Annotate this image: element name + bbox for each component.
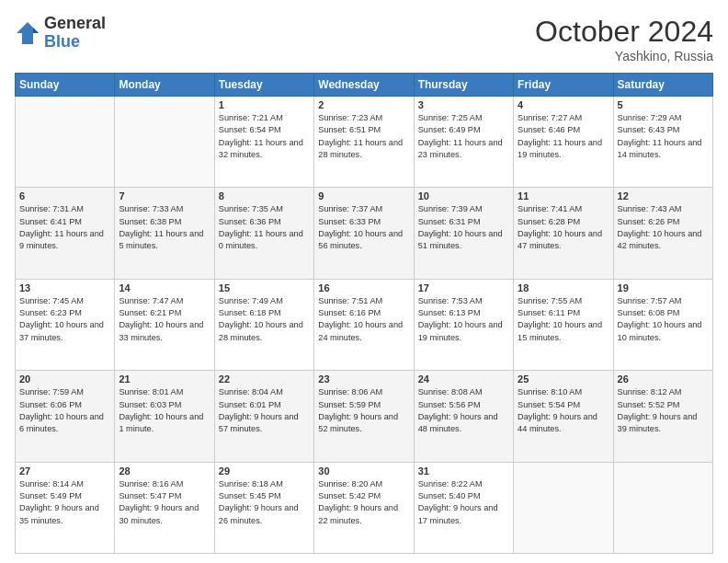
day-info: Sunrise: 8:12 AM Sunset: 5:52 PM Dayligh…: [618, 386, 709, 435]
table-row: 19Sunrise: 7:57 AM Sunset: 6:08 PM Dayli…: [613, 279, 712, 370]
calendar-row: 20Sunrise: 7:59 AM Sunset: 6:06 PM Dayli…: [16, 371, 713, 462]
table-row: 17Sunrise: 7:53 AM Sunset: 6:13 PM Dayli…: [414, 279, 513, 370]
calendar-table: Sunday Monday Tuesday Wednesday Thursday…: [15, 73, 713, 554]
day-info: Sunrise: 7:45 AM Sunset: 6:23 PM Dayligh…: [19, 295, 110, 344]
table-row: [115, 97, 214, 188]
table-row: 27Sunrise: 8:14 AM Sunset: 5:49 PM Dayli…: [16, 462, 115, 553]
day-number: 22: [219, 373, 310, 385]
table-row: 8Sunrise: 7:35 AM Sunset: 6:36 PM Daylig…: [214, 188, 313, 279]
day-number: 23: [318, 373, 409, 385]
day-info: Sunrise: 7:31 AM Sunset: 6:41 PM Dayligh…: [19, 203, 110, 252]
day-info: Sunrise: 7:33 AM Sunset: 6:38 PM Dayligh…: [119, 203, 210, 252]
col-thursday: Thursday: [414, 74, 513, 97]
logo-icon: [15, 20, 40, 46]
day-info: Sunrise: 7:57 AM Sunset: 6:08 PM Dayligh…: [618, 295, 709, 344]
table-row: 9Sunrise: 7:37 AM Sunset: 6:33 PM Daylig…: [314, 188, 414, 279]
day-number: 15: [219, 282, 310, 293]
col-wednesday: Wednesday: [314, 74, 414, 97]
table-row: 13Sunrise: 7:45 AM Sunset: 6:23 PM Dayli…: [16, 279, 115, 370]
table-row: 22Sunrise: 8:04 AM Sunset: 6:01 PM Dayli…: [214, 371, 313, 462]
table-row: 21Sunrise: 8:01 AM Sunset: 6:03 PM Dayli…: [115, 371, 214, 462]
day-info: Sunrise: 8:14 AM Sunset: 5:49 PM Dayligh…: [19, 478, 110, 527]
day-number: 18: [518, 282, 609, 293]
day-info: Sunrise: 7:27 AM Sunset: 6:46 PM Dayligh…: [518, 112, 609, 161]
day-number: 5: [618, 99, 709, 110]
day-info: Sunrise: 7:37 AM Sunset: 6:33 PM Dayligh…: [318, 203, 409, 252]
day-number: 30: [318, 465, 409, 477]
day-number: 24: [418, 373, 509, 385]
day-number: 19: [618, 282, 709, 293]
day-number: 9: [318, 190, 409, 201]
day-info: Sunrise: 8:08 AM Sunset: 5:56 PM Dayligh…: [418, 386, 509, 435]
calendar-row: 27Sunrise: 8:14 AM Sunset: 5:49 PM Dayli…: [16, 462, 713, 553]
table-row: 7Sunrise: 7:33 AM Sunset: 6:38 PM Daylig…: [115, 188, 214, 279]
day-info: Sunrise: 8:20 AM Sunset: 5:42 PM Dayligh…: [318, 478, 409, 527]
col-tuesday: Tuesday: [214, 74, 313, 97]
day-info: Sunrise: 7:29 AM Sunset: 6:43 PM Dayligh…: [618, 112, 709, 161]
day-info: Sunrise: 7:49 AM Sunset: 6:18 PM Dayligh…: [219, 295, 310, 344]
day-number: 27: [19, 465, 110, 477]
day-info: Sunrise: 8:16 AM Sunset: 5:47 PM Dayligh…: [119, 478, 210, 527]
table-row: 2Sunrise: 7:23 AM Sunset: 6:51 PM Daylig…: [314, 97, 414, 188]
day-number: 21: [119, 373, 210, 385]
page: General Blue October 2024 Yashkino, Russ…: [0, 0, 728, 563]
day-info: Sunrise: 8:04 AM Sunset: 6:01 PM Dayligh…: [219, 386, 310, 435]
col-saturday: Saturday: [613, 74, 712, 97]
day-info: Sunrise: 7:35 AM Sunset: 6:36 PM Dayligh…: [219, 203, 310, 252]
col-monday: Monday: [115, 74, 214, 97]
title-block: October 2024 Yashkino, Russia: [535, 15, 713, 63]
day-number: 17: [418, 282, 509, 293]
day-number: 11: [518, 190, 609, 201]
table-row: 4Sunrise: 7:27 AM Sunset: 6:46 PM Daylig…: [514, 97, 613, 188]
day-info: Sunrise: 7:25 AM Sunset: 6:49 PM Dayligh…: [418, 112, 509, 161]
day-number: 6: [19, 190, 110, 201]
day-number: 4: [518, 99, 609, 110]
table-row: 1Sunrise: 7:21 AM Sunset: 6:54 PM Daylig…: [214, 97, 313, 188]
day-number: 16: [318, 282, 409, 293]
header: General Blue October 2024 Yashkino, Russ…: [15, 15, 713, 63]
day-info: Sunrise: 7:43 AM Sunset: 6:26 PM Dayligh…: [618, 203, 709, 252]
day-info: Sunrise: 7:23 AM Sunset: 6:51 PM Dayligh…: [318, 112, 409, 161]
day-info: Sunrise: 7:51 AM Sunset: 6:16 PM Dayligh…: [318, 295, 409, 344]
day-number: 31: [418, 465, 509, 477]
table-row: 20Sunrise: 7:59 AM Sunset: 6:06 PM Dayli…: [16, 371, 115, 462]
logo-blue: Blue: [44, 32, 80, 51]
table-row: 31Sunrise: 8:22 AM Sunset: 5:40 PM Dayli…: [414, 462, 513, 553]
day-number: 29: [219, 465, 310, 477]
table-row: 29Sunrise: 8:18 AM Sunset: 5:45 PM Dayli…: [214, 462, 313, 553]
day-number: 7: [119, 190, 210, 201]
day-number: 8: [219, 190, 310, 201]
day-number: 3: [418, 99, 509, 110]
table-row: 23Sunrise: 8:06 AM Sunset: 5:59 PM Dayli…: [314, 371, 414, 462]
day-info: Sunrise: 7:55 AM Sunset: 6:11 PM Dayligh…: [518, 295, 609, 344]
calendar-row: 13Sunrise: 7:45 AM Sunset: 6:23 PM Dayli…: [16, 279, 713, 370]
table-row: 16Sunrise: 7:51 AM Sunset: 6:16 PM Dayli…: [314, 279, 414, 370]
day-number: 20: [19, 373, 110, 385]
table-row: 26Sunrise: 8:12 AM Sunset: 5:52 PM Dayli…: [613, 371, 712, 462]
col-sunday: Sunday: [16, 74, 115, 97]
table-row: 18Sunrise: 7:55 AM Sunset: 6:11 PM Dayli…: [514, 279, 613, 370]
day-info: Sunrise: 8:18 AM Sunset: 5:45 PM Dayligh…: [219, 478, 310, 527]
table-row: [613, 462, 712, 553]
day-info: Sunrise: 7:41 AM Sunset: 6:28 PM Dayligh…: [518, 203, 609, 252]
col-friday: Friday: [514, 74, 613, 97]
day-info: Sunrise: 8:01 AM Sunset: 6:03 PM Dayligh…: [119, 386, 210, 435]
table-row: 5Sunrise: 7:29 AM Sunset: 6:43 PM Daylig…: [613, 97, 712, 188]
day-number: 10: [418, 190, 509, 201]
day-info: Sunrise: 8:06 AM Sunset: 5:59 PM Dayligh…: [318, 386, 409, 435]
day-info: Sunrise: 7:53 AM Sunset: 6:13 PM Dayligh…: [418, 295, 509, 344]
table-row: [16, 97, 115, 188]
table-row: 30Sunrise: 8:20 AM Sunset: 5:42 PM Dayli…: [314, 462, 414, 553]
logo-text: General Blue: [44, 15, 106, 52]
table-row: 6Sunrise: 7:31 AM Sunset: 6:41 PM Daylig…: [16, 188, 115, 279]
day-number: 14: [119, 282, 210, 293]
table-row: 14Sunrise: 7:47 AM Sunset: 6:21 PM Dayli…: [115, 279, 214, 370]
day-number: 25: [518, 373, 609, 385]
month-title: October 2024: [535, 15, 713, 49]
day-number: 1: [219, 99, 310, 110]
logo: General Blue: [15, 15, 106, 52]
day-number: 12: [618, 190, 709, 201]
logo-general: General: [44, 14, 106, 32]
table-row: 12Sunrise: 7:43 AM Sunset: 6:26 PM Dayli…: [613, 188, 712, 279]
table-row: 24Sunrise: 8:08 AM Sunset: 5:56 PM Dayli…: [414, 371, 513, 462]
